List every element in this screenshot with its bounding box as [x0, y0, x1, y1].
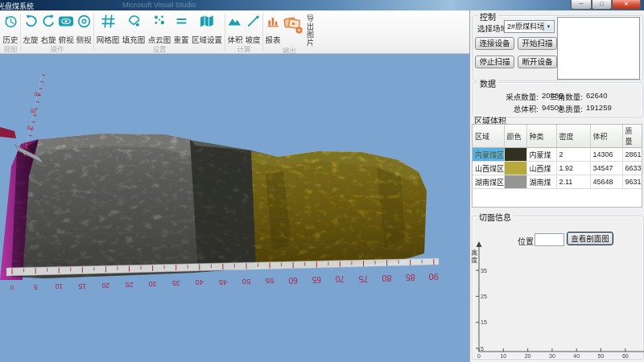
svg-text:35: 35 — [172, 279, 180, 287]
table-row[interactable]: 内蒙煤区 内蒙煤 2 14306 28612 — [473, 148, 642, 162]
svg-text:10: 10 — [55, 282, 63, 290]
svg-text:0: 0 — [477, 353, 481, 359]
disconnect-device-button[interactable]: 断开设备 — [518, 56, 557, 68]
svg-text:高: 高 — [472, 249, 478, 257]
svg-text:40: 40 — [573, 353, 580, 359]
export-image-button[interactable]: 导出图片 — [282, 12, 315, 47]
section-info-title: 切面信息 — [477, 211, 514, 223]
toolbar-divider — [20, 14, 21, 51]
rotate-right-icon — [41, 14, 56, 32]
reset-button[interactable]: 重置 — [172, 12, 190, 45]
ribbon-toolbar: 历史 视图 左旋 右旋 俯视 — [0, 10, 469, 54]
svg-text:20: 20 — [101, 282, 109, 290]
region-volume-table: 区域 颜色 种类 密度 体积 质量 内蒙煤区 内蒙煤 2 14306 28612 — [473, 125, 642, 189]
volume-mountain-icon — [227, 14, 243, 32]
svg-text:5: 5 — [33, 283, 37, 290]
svg-text:70: 70 — [335, 274, 345, 283]
toolbar-divider — [262, 14, 263, 51]
window-controls: ─ □ ✕ — [571, 0, 641, 10]
slope-button[interactable]: 坡度 — [244, 12, 262, 45]
color-swatch — [504, 162, 526, 175]
export-image-icon — [283, 14, 303, 39]
toolbar-divider — [93, 14, 94, 51]
viewport-3d[interactable]: 051015202530354045505560657075808590 102… — [0, 54, 469, 362]
side-view-button[interactable]: 侧视 — [75, 12, 93, 45]
svg-text:55: 55 — [265, 277, 274, 286]
maximize-button[interactable]: □ — [592, 0, 612, 10]
history-button[interactable]: 历史 — [2, 12, 19, 45]
table-row[interactable]: 湖南煤区 湖南煤 2.11 45648 96317 — [473, 175, 642, 189]
svg-text:10: 10 — [500, 353, 506, 359]
svg-text:50: 50 — [242, 278, 250, 286]
section-profile-chart: 高度 5152535 0102030405060 — [470, 240, 644, 362]
side-view-target-icon — [76, 14, 92, 32]
svg-text:75: 75 — [359, 274, 369, 284]
total-volume-label: 总体积: — [478, 103, 539, 114]
data-group-title: 数据 — [477, 77, 498, 89]
fill-icon — [126, 14, 142, 32]
fill-map-button[interactable]: 填充图 — [121, 12, 147, 45]
grid-map-button[interactable]: 网格图 — [95, 12, 121, 45]
rotate-left-button[interactable]: 左旋 — [22, 12, 39, 45]
svg-text:30: 30 — [549, 353, 555, 359]
slope-pencil-icon — [246, 14, 261, 32]
report-button[interactable]: 报表 — [264, 12, 282, 47]
y-axis-ticks: 5152535 — [476, 268, 487, 352]
volume-button[interactable]: 体积 — [226, 12, 244, 45]
svg-text:45: 45 — [219, 278, 228, 287]
app-window: 光盘煤系统 Microsoft Visual Studio ─ □ ✕ 历史 视… — [0, 0, 644, 362]
export-image-label: 导出图片 — [305, 14, 314, 47]
minimize-button[interactable]: ─ — [571, 0, 592, 10]
site-select-dropdown[interactable]: 2#原煤料场 ▼ — [504, 20, 555, 33]
color-swatch — [504, 148, 526, 162]
title-bar: 光盘煤系统 Microsoft Visual Studio ─ □ ✕ — [0, 0, 644, 10]
point-cloud-button[interactable]: 点云图 — [147, 12, 172, 45]
svg-text:80: 80 — [382, 274, 392, 283]
device-log-list[interactable] — [557, 17, 640, 80]
control-group-title: 控制 — [477, 10, 498, 23]
color-swatch — [504, 175, 526, 189]
x-axis-ticks: 0102030405060 — [477, 348, 629, 359]
svg-text:60: 60 — [288, 276, 298, 285]
svg-text:85: 85 — [406, 273, 415, 282]
toolbar-divider — [225, 14, 225, 51]
svg-text:40: 40 — [196, 278, 204, 287]
connect-device-button[interactable]: 连接设备 — [475, 37, 514, 50]
svg-text:65: 65 — [312, 275, 321, 284]
region-settings-button[interactable]: 区域设置 — [190, 12, 224, 45]
stop-scan-button[interactable]: 停止扫描 — [475, 56, 514, 68]
total-mass-value: 191259 — [586, 103, 612, 112]
background-window-title: Microsoft Visual Studio — [122, 1, 196, 9]
report-chart-icon — [266, 14, 281, 32]
svg-text:25: 25 — [481, 294, 487, 299]
region-cell: 山西煤区 — [473, 162, 504, 175]
svg-text:90: 90 — [429, 272, 439, 282]
table-row[interactable]: 山西煤区 山西煤 1.92 34547 66330 — [473, 162, 642, 175]
region-cell: 内蒙煤区 — [473, 148, 504, 162]
svg-text:60: 60 — [622, 353, 629, 359]
rotate-left-icon — [23, 14, 39, 32]
top-view-eye-icon — [58, 14, 74, 32]
start-scan-button[interactable]: 开始扫描 — [518, 37, 557, 50]
svg-text:度: 度 — [472, 256, 478, 264]
total-mass-label: 总质量: — [547, 103, 583, 114]
point-cloud-icon — [152, 14, 167, 32]
rotate-right-button[interactable]: 右旋 — [39, 12, 57, 45]
toolbar-group-settings: 网格图 填充图 点云图 重置 区域设置 设置 — [95, 10, 224, 53]
y-axis-label: 高度 — [472, 249, 478, 264]
top-view-button[interactable]: 俯视 — [57, 12, 75, 45]
y-axis-arrow — [477, 241, 482, 247]
toolbar-group-operate: 左旋 右旋 俯视 侧视 操作 — [22, 10, 93, 53]
reset-icon — [174, 14, 189, 32]
grid-icon — [101, 14, 116, 32]
svg-text:0: 0 — [10, 284, 14, 291]
region-cell: 湖南煤区 — [473, 175, 504, 189]
chevron-down-icon: ▼ — [543, 22, 553, 31]
svg-text:30: 30 — [149, 280, 157, 288]
close-button[interactable]: ✕ — [612, 0, 641, 10]
triangles-count-value: 62640 — [586, 91, 607, 100]
points-count-label: 采点数量: — [478, 91, 539, 102]
toolbar-group-output: 报表 导出图片 输出 — [264, 10, 315, 53]
history-icon — [3, 14, 19, 32]
table-header-row: 区域 颜色 种类 密度 体积 质量 — [473, 125, 642, 148]
